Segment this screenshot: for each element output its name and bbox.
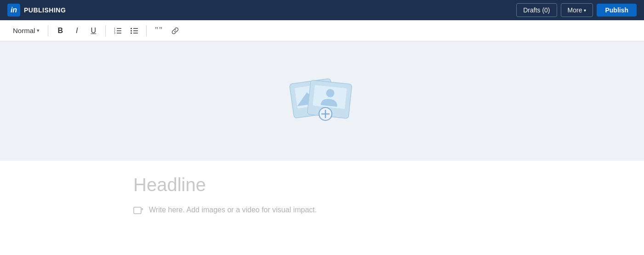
svg-text:3: 3 (114, 31, 115, 34)
drafts-button[interactable]: Drafts (0) (516, 3, 557, 17)
svg-point-10 (131, 30, 132, 31)
svg-point-11 (131, 32, 132, 34)
svg-point-9 (131, 28, 132, 29)
body-area[interactable]: Write here. Add images or a video for vi… (133, 204, 511, 218)
nav-right: Drafts (0) More ▾ Publish (516, 3, 637, 17)
image-upload-illustration (283, 74, 361, 129)
top-nav: in PUBLISHING Drafts (0) More ▾ Publish (0, 0, 644, 20)
underline-button[interactable]: U (86, 23, 101, 38)
ordered-list-button[interactable]: 1 2 3 (110, 23, 125, 38)
blockquote-button[interactable]: " " (151, 23, 166, 38)
toolbar-separator-3 (146, 25, 147, 36)
hero-image-area[interactable] (0, 41, 644, 161)
svg-rect-25 (134, 207, 141, 214)
unordered-list-button[interactable] (127, 23, 142, 38)
blockquote-icon: " " (154, 27, 163, 35)
body-placeholder[interactable]: Write here. Add images or a video for vi… (149, 204, 317, 215)
headline-field[interactable]: Headline (133, 175, 511, 195)
svg-text:": " (155, 27, 158, 35)
linkedin-logo: in PUBLISHING (7, 4, 66, 17)
svg-text:": " (159, 27, 162, 35)
ordered-list-icon: 1 2 3 (114, 27, 122, 35)
linkedin-icon: in (7, 4, 20, 17)
format-select[interactable]: Normal ▾ (9, 25, 43, 36)
publish-button[interactable]: Publish (597, 4, 637, 17)
chevron-down-icon: ▾ (584, 8, 586, 13)
add-media-icon[interactable] (133, 205, 143, 218)
more-button[interactable]: More ▾ (561, 3, 593, 17)
format-chevron-icon: ▾ (37, 28, 40, 34)
toolbar-separator-2 (105, 25, 106, 36)
bold-button[interactable]: B (53, 23, 68, 38)
formatting-toolbar: Normal ▾ B I U 1 2 3 " " (0, 20, 644, 41)
toolbar-separator-1 (48, 25, 48, 36)
link-button[interactable] (168, 23, 182, 38)
italic-button[interactable]: I (69, 23, 84, 38)
content-area: Headline Write here. Add images or a vid… (0, 161, 644, 227)
link-icon (171, 27, 179, 35)
unordered-list-icon (130, 27, 138, 35)
format-label: Normal (13, 27, 35, 34)
publishing-label: PUBLISHING (24, 6, 66, 14)
